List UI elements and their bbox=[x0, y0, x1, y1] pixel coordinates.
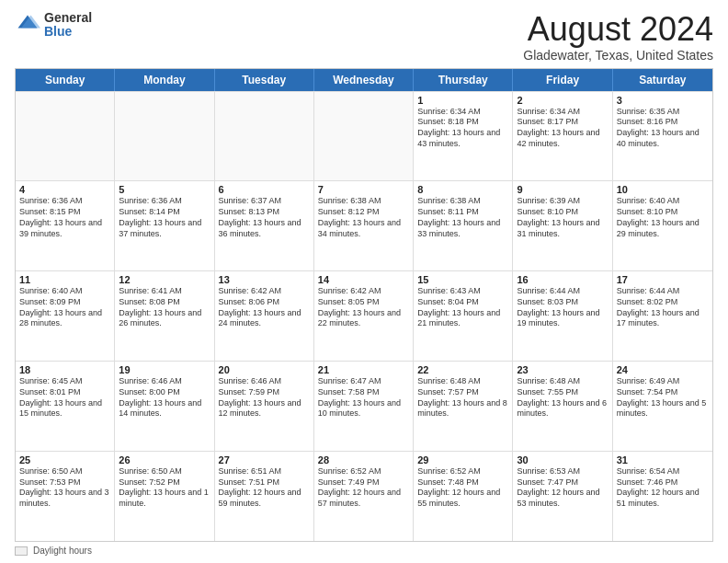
table-row: 17Sunrise: 6:44 AMSunset: 8:02 PMDayligh… bbox=[613, 271, 712, 361]
table-row: 2Sunrise: 6:34 AMSunset: 8:17 PMDaylight… bbox=[513, 92, 612, 181]
table-row: 25Sunrise: 6:50 AMSunset: 7:53 PMDayligh… bbox=[16, 452, 115, 541]
table-row: 13Sunrise: 6:42 AMSunset: 8:06 PMDayligh… bbox=[215, 271, 314, 361]
day-number: 5 bbox=[119, 184, 210, 195]
day-number: 28 bbox=[318, 454, 409, 465]
day-info: Sunrise: 6:38 AMSunset: 8:12 PMDaylight:… bbox=[318, 196, 409, 239]
table-row: 26Sunrise: 6:50 AMSunset: 7:52 PMDayligh… bbox=[115, 452, 214, 541]
table-row bbox=[314, 92, 414, 181]
day-number: 1 bbox=[417, 95, 508, 106]
day-info: Sunrise: 6:48 AMSunset: 7:55 PMDaylight:… bbox=[517, 376, 608, 419]
day-info: Sunrise: 6:36 AMSunset: 8:14 PMDaylight:… bbox=[119, 196, 210, 239]
table-row: 29Sunrise: 6:52 AMSunset: 7:48 PMDayligh… bbox=[414, 452, 513, 541]
calendar: SundayMondayTuesdayWednesdayThursdayFrid… bbox=[15, 68, 713, 542]
logo-blue: Blue bbox=[44, 25, 92, 39]
day-number: 9 bbox=[517, 184, 608, 195]
day-info: Sunrise: 6:46 AMSunset: 8:00 PMDaylight:… bbox=[119, 376, 210, 419]
footer-box bbox=[15, 546, 28, 556]
day-number: 19 bbox=[119, 364, 210, 375]
day-info: Sunrise: 6:36 AMSunset: 8:15 PMDaylight:… bbox=[19, 196, 110, 239]
header: General Blue August 2024 Gladewater, Tex… bbox=[15, 11, 713, 63]
table-row: 3Sunrise: 6:35 AMSunset: 8:16 PMDaylight… bbox=[613, 92, 712, 181]
header-day-thursday: Thursday bbox=[414, 69, 513, 91]
table-row: 9Sunrise: 6:39 AMSunset: 8:10 PMDaylight… bbox=[513, 181, 612, 270]
calendar-row-2: 4Sunrise: 6:36 AMSunset: 8:15 PMDaylight… bbox=[16, 180, 712, 270]
header-day-friday: Friday bbox=[513, 69, 612, 91]
day-info: Sunrise: 6:42 AMSunset: 8:05 PMDaylight:… bbox=[318, 286, 409, 329]
day-info: Sunrise: 6:52 AMSunset: 7:49 PMDaylight:… bbox=[318, 466, 409, 510]
day-number: 15 bbox=[417, 274, 508, 285]
day-info: Sunrise: 6:46 AMSunset: 7:59 PMDaylight:… bbox=[219, 376, 310, 419]
day-info: Sunrise: 6:42 AMSunset: 8:06 PMDaylight:… bbox=[219, 286, 310, 329]
table-row: 8Sunrise: 6:38 AMSunset: 8:11 PMDaylight… bbox=[414, 181, 513, 270]
day-number: 29 bbox=[417, 454, 508, 465]
day-number: 30 bbox=[517, 454, 608, 465]
table-row: 11Sunrise: 6:40 AMSunset: 8:09 PMDayligh… bbox=[16, 271, 115, 361]
day-info: Sunrise: 6:50 AMSunset: 7:52 PMDaylight:… bbox=[119, 466, 210, 510]
day-number: 3 bbox=[617, 95, 709, 106]
logo-text: General Blue bbox=[44, 11, 92, 40]
day-number: 22 bbox=[417, 364, 508, 375]
logo: General Blue bbox=[15, 11, 92, 40]
day-info: Sunrise: 6:39 AMSunset: 8:10 PMDaylight:… bbox=[517, 196, 608, 239]
day-number: 13 bbox=[219, 274, 310, 285]
table-row: 31Sunrise: 6:54 AMSunset: 7:46 PMDayligh… bbox=[613, 452, 712, 541]
day-info: Sunrise: 6:40 AMSunset: 8:09 PMDaylight:… bbox=[19, 286, 110, 329]
day-number: 11 bbox=[19, 274, 110, 285]
table-row: 6Sunrise: 6:37 AMSunset: 8:13 PMDaylight… bbox=[215, 181, 314, 270]
day-number: 2 bbox=[517, 95, 608, 106]
day-info: Sunrise: 6:38 AMSunset: 8:11 PMDaylight:… bbox=[417, 196, 508, 239]
day-number: 4 bbox=[19, 184, 110, 195]
table-row: 24Sunrise: 6:49 AMSunset: 7:54 PMDayligh… bbox=[613, 362, 712, 451]
table-row: 27Sunrise: 6:51 AMSunset: 7:51 PMDayligh… bbox=[215, 452, 314, 541]
day-info: Sunrise: 6:54 AMSunset: 7:46 PMDaylight:… bbox=[617, 466, 709, 510]
day-info: Sunrise: 6:50 AMSunset: 7:53 PMDaylight:… bbox=[19, 466, 110, 510]
day-number: 6 bbox=[219, 184, 310, 195]
table-row: 10Sunrise: 6:40 AMSunset: 8:10 PMDayligh… bbox=[613, 181, 712, 270]
day-info: Sunrise: 6:35 AMSunset: 8:16 PMDaylight:… bbox=[617, 107, 709, 150]
table-row: 30Sunrise: 6:53 AMSunset: 7:47 PMDayligh… bbox=[513, 452, 612, 541]
subtitle: Gladewater, Texas, United States bbox=[523, 48, 713, 63]
day-number: 7 bbox=[318, 184, 409, 195]
table-row: 15Sunrise: 6:43 AMSunset: 8:04 PMDayligh… bbox=[414, 271, 513, 361]
table-row: 20Sunrise: 6:46 AMSunset: 7:59 PMDayligh… bbox=[215, 362, 314, 451]
header-day-tuesday: Tuesday bbox=[215, 69, 314, 91]
day-info: Sunrise: 6:34 AMSunset: 8:18 PMDaylight:… bbox=[417, 107, 508, 150]
table-row: 14Sunrise: 6:42 AMSunset: 8:05 PMDayligh… bbox=[314, 271, 414, 361]
calendar-body: 1Sunrise: 6:34 AMSunset: 8:18 PMDaylight… bbox=[16, 91, 712, 541]
title-block: August 2024 Gladewater, Texas, United St… bbox=[523, 11, 713, 63]
day-info: Sunrise: 6:34 AMSunset: 8:17 PMDaylight:… bbox=[517, 107, 608, 150]
day-number: 12 bbox=[119, 274, 210, 285]
day-info: Sunrise: 6:37 AMSunset: 8:13 PMDaylight:… bbox=[219, 196, 310, 239]
table-row: 23Sunrise: 6:48 AMSunset: 7:55 PMDayligh… bbox=[513, 362, 612, 451]
table-row: 1Sunrise: 6:34 AMSunset: 8:18 PMDaylight… bbox=[414, 92, 513, 181]
day-number: 17 bbox=[617, 274, 709, 285]
table-row: 12Sunrise: 6:41 AMSunset: 8:08 PMDayligh… bbox=[115, 271, 214, 361]
day-number: 24 bbox=[617, 364, 709, 375]
day-number: 26 bbox=[119, 454, 210, 465]
day-info: Sunrise: 6:49 AMSunset: 7:54 PMDaylight:… bbox=[617, 376, 709, 419]
day-info: Sunrise: 6:44 AMSunset: 8:02 PMDaylight:… bbox=[617, 286, 709, 329]
day-info: Sunrise: 6:40 AMSunset: 8:10 PMDaylight:… bbox=[617, 196, 709, 239]
calendar-row-4: 18Sunrise: 6:45 AMSunset: 8:01 PMDayligh… bbox=[16, 361, 712, 451]
day-number: 8 bbox=[417, 184, 508, 195]
calendar-header: SundayMondayTuesdayWednesdayThursdayFrid… bbox=[16, 69, 712, 91]
logo-general: General bbox=[44, 11, 92, 25]
day-info: Sunrise: 6:45 AMSunset: 8:01 PMDaylight:… bbox=[19, 376, 110, 419]
logo-icon bbox=[15, 12, 40, 38]
day-number: 27 bbox=[219, 454, 310, 465]
day-number: 21 bbox=[318, 364, 409, 375]
day-info: Sunrise: 6:41 AMSunset: 8:08 PMDaylight:… bbox=[119, 286, 210, 329]
day-info: Sunrise: 6:47 AMSunset: 7:58 PMDaylight:… bbox=[318, 376, 409, 419]
day-info: Sunrise: 6:51 AMSunset: 7:51 PMDaylight:… bbox=[219, 466, 310, 510]
header-day-sunday: Sunday bbox=[16, 69, 115, 91]
table-row: 18Sunrise: 6:45 AMSunset: 8:01 PMDayligh… bbox=[16, 362, 115, 451]
table-row: 16Sunrise: 6:44 AMSunset: 8:03 PMDayligh… bbox=[513, 271, 612, 361]
footer: Daylight hours bbox=[15, 546, 713, 556]
table-row: 4Sunrise: 6:36 AMSunset: 8:15 PMDaylight… bbox=[16, 181, 115, 270]
day-number: 20 bbox=[219, 364, 310, 375]
table-row bbox=[115, 92, 214, 181]
header-day-monday: Monday bbox=[115, 69, 214, 91]
footer-label: Daylight hours bbox=[33, 546, 92, 556]
table-row: 22Sunrise: 6:48 AMSunset: 7:57 PMDayligh… bbox=[414, 362, 513, 451]
day-number: 25 bbox=[19, 454, 110, 465]
